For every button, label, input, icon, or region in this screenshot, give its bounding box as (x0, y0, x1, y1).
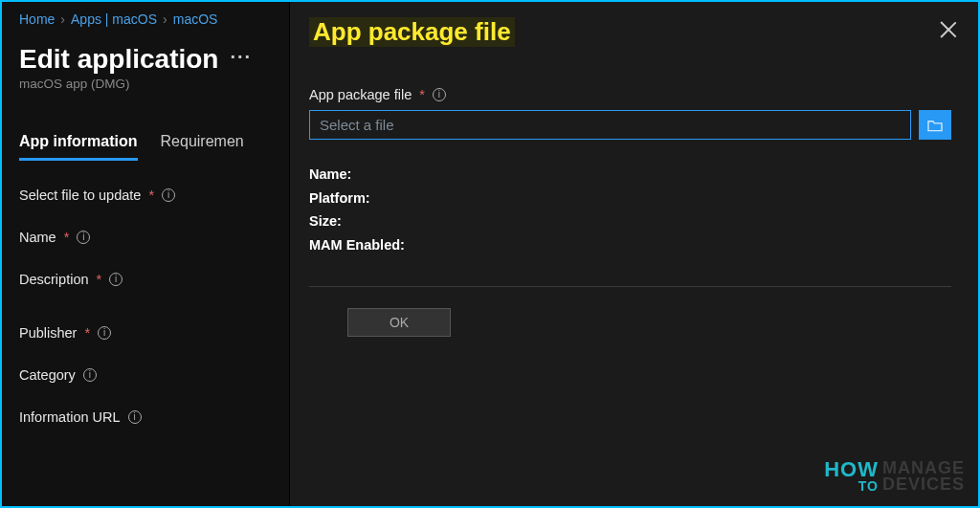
required-asterisk: * (84, 325, 90, 341)
required-asterisk: * (148, 188, 154, 203)
required-asterisk: * (97, 272, 102, 287)
more-icon[interactable]: ··· (230, 46, 252, 74)
tab-requirements[interactable]: Requiremen (161, 133, 244, 161)
page-subtitle: macOS app (DMG) (19, 77, 281, 91)
tab-app-information[interactable]: App information (19, 133, 138, 161)
label-name: Name (19, 230, 56, 245)
required-asterisk: * (419, 87, 425, 102)
info-icon[interactable]: i (109, 273, 122, 286)
edit-application-panel: Edit application ··· macOS app (DMG) App… (2, 34, 299, 434)
info-icon[interactable]: i (128, 410, 142, 424)
info-icon[interactable]: i (77, 231, 90, 244)
tabs: App information Requiremen (19, 133, 281, 161)
label-select-file: Select file to update (19, 188, 141, 203)
watermark-how: HOW (824, 460, 879, 480)
watermark: HOW TO MANAGE DEVICES (824, 460, 965, 493)
ok-button[interactable]: OK (347, 308, 451, 337)
file-metadata: Name: Platform: Size: MAM Enabled: (309, 163, 951, 257)
label-app-package-file: App package file (309, 87, 412, 102)
flyout-title: App package file (309, 17, 515, 47)
breadcrumb-macos[interactable]: macOS (173, 11, 218, 27)
breadcrumb-apps-macos[interactable]: Apps | macOS (71, 11, 157, 27)
chevron-right-icon: › (60, 11, 65, 27)
info-icon[interactable]: i (83, 368, 97, 382)
meta-size-label: Size: (309, 210, 342, 233)
page-title: Edit application (19, 44, 218, 75)
info-icon[interactable]: i (433, 88, 446, 101)
browse-file-button[interactable] (919, 110, 951, 140)
watermark-devices: DEVICES (882, 476, 965, 493)
watermark-to: TO (858, 480, 879, 493)
label-information-url: Information URL (19, 409, 121, 425)
info-icon[interactable]: i (162, 188, 175, 202)
meta-platform-label: Platform: (309, 187, 370, 210)
divider (309, 286, 951, 287)
label-description: Description (19, 272, 89, 287)
label-category: Category (19, 367, 76, 383)
folder-icon (926, 119, 944, 132)
app-package-file-input[interactable] (309, 110, 911, 140)
chevron-right-icon: › (163, 11, 167, 27)
required-asterisk: * (64, 230, 70, 245)
meta-mam-label: MAM Enabled: (309, 233, 405, 257)
breadcrumb-home[interactable]: Home (19, 11, 55, 27)
meta-name-label: Name: (309, 163, 351, 187)
app-package-file-flyout: App package file App package file * i Na… (289, 2, 978, 506)
label-publisher: Publisher (19, 325, 77, 341)
close-icon[interactable] (936, 17, 961, 42)
info-icon[interactable]: i (98, 326, 111, 340)
